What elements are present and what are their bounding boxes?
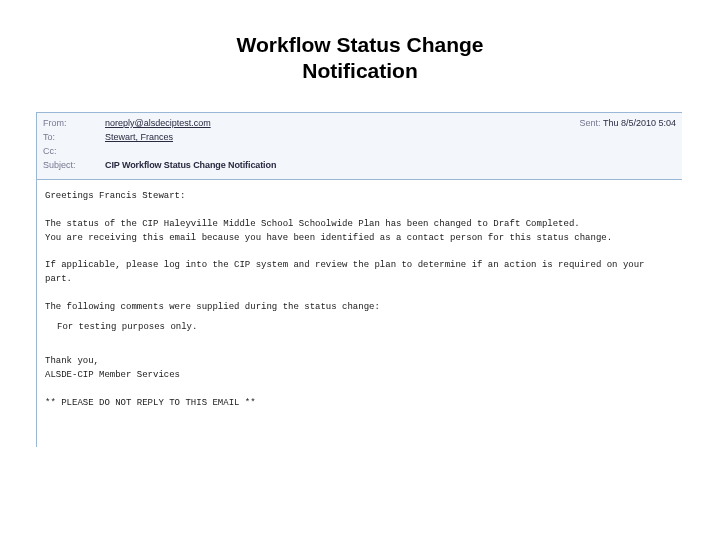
subject-label: Subject: bbox=[43, 159, 105, 173]
email-panel: From: noreply@alsdeciptest.com Sent: Thu… bbox=[36, 112, 682, 447]
body-reason-line: You are receiving this email because you… bbox=[45, 233, 612, 243]
body-greeting: Greetings Francis Stewart: bbox=[45, 191, 185, 201]
from-label: From: bbox=[43, 117, 105, 131]
cc-label: Cc: bbox=[43, 145, 105, 159]
sent-value: Thu 8/5/2010 5:04 bbox=[603, 118, 676, 128]
body-comments: For testing purposes only. bbox=[51, 321, 674, 335]
body-comments-intro: The following comments were supplied dur… bbox=[45, 302, 380, 312]
body-signature: ALSDE-CIP Member Services bbox=[45, 370, 180, 380]
email-header: From: noreply@alsdeciptest.com Sent: Thu… bbox=[37, 113, 682, 180]
body-action-line: If applicable, please log into the CIP s… bbox=[45, 260, 650, 284]
body-no-reply: ** PLEASE DO NOT REPLY TO THIS EMAIL ** bbox=[45, 398, 256, 408]
to-value[interactable]: Stewart, Frances bbox=[105, 131, 676, 145]
to-label: To: bbox=[43, 131, 105, 145]
subject-value: CIP Workflow Status Change Notification bbox=[105, 159, 676, 173]
body-status-line: The status of the CIP Haleyville Middle … bbox=[45, 219, 580, 229]
email-body: Greetings Francis Stewart: The status of… bbox=[37, 180, 682, 417]
body-thank-you: Thank you, bbox=[45, 356, 99, 366]
slide-title: Workflow Status Change Notification bbox=[0, 32, 720, 85]
from-value[interactable]: noreply@alsdeciptest.com bbox=[105, 117, 580, 131]
sent-label: Sent: bbox=[580, 118, 601, 128]
